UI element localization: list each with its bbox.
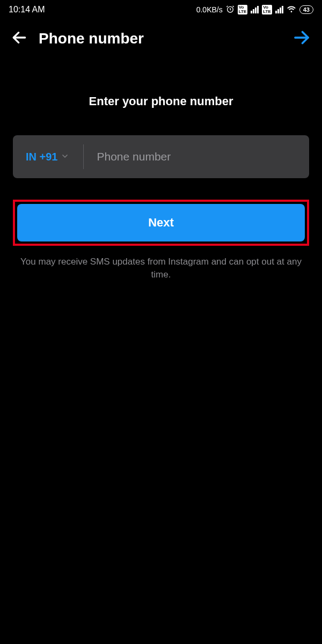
- sms-disclaimer: You may receive SMS updates from Instagr…: [13, 255, 309, 281]
- volte-icon-1: VoLTE: [238, 5, 248, 14]
- country-code-label: IN +91: [26, 151, 57, 163]
- country-code-selector[interactable]: IN +91: [13, 151, 79, 163]
- header: Phone number: [0, 19, 322, 58]
- battery-icon: 43: [299, 5, 313, 14]
- wifi-icon: [287, 4, 296, 16]
- subtitle: Enter your phone number: [13, 94, 309, 108]
- status-bar: 10:14 AM 0.0KB/s VoLTE VoLTE 43: [0, 0, 322, 19]
- next-button[interactable]: Next: [17, 204, 305, 241]
- signal-icon-2: [275, 6, 283, 13]
- status-right: 0.0KB/s VoLTE VoLTE 43: [196, 4, 313, 16]
- chevron-down-icon: [61, 151, 69, 163]
- content: Enter your phone number IN +91 Next You …: [0, 94, 322, 281]
- input-divider: [83, 144, 84, 169]
- alarm-icon: [226, 5, 235, 15]
- page-title: Phone number: [39, 30, 144, 47]
- forward-arrow-icon[interactable]: [292, 28, 311, 49]
- next-button-highlight: Next: [13, 200, 309, 246]
- phone-input-row: IN +91: [13, 135, 309, 178]
- signal-icon-1: [251, 6, 259, 13]
- data-rate: 0.0KB/s: [196, 5, 223, 14]
- status-time: 10:14 AM: [9, 5, 45, 14]
- volte-icon-2: VoLTE: [262, 5, 272, 14]
- phone-number-field[interactable]: [88, 150, 309, 163]
- back-arrow-icon[interactable]: [11, 29, 28, 48]
